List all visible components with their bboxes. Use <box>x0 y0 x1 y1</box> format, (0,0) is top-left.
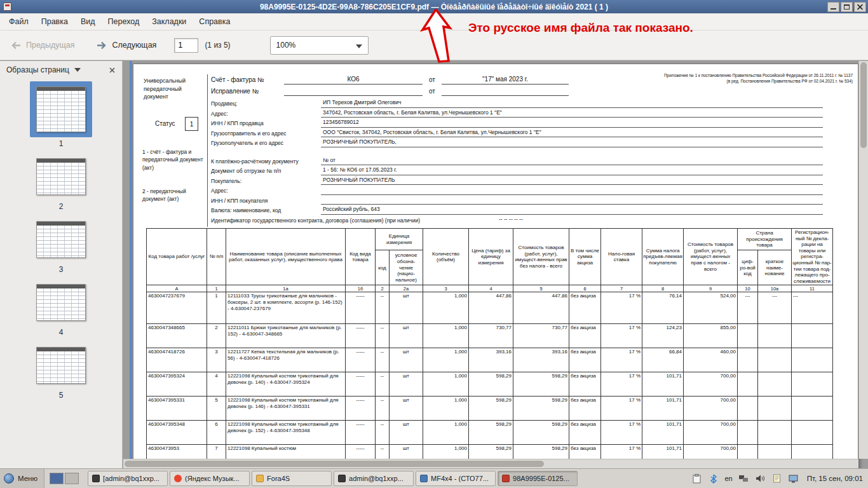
thumbnail-page-number: 2 <box>59 202 64 211</box>
next-page-label: Следующая <box>112 41 156 50</box>
page-thumbnail-4[interactable]: 4 <box>30 279 92 337</box>
taskbar-window-button[interactable]: 98A9995E-0125... <box>498 471 578 486</box>
table-cell: 17 % <box>601 324 642 348</box>
field-value <box>321 186 823 195</box>
notes-icon[interactable] <box>771 473 782 484</box>
bluetooth-icon[interactable] <box>708 473 719 484</box>
table-cell: шт <box>390 348 423 372</box>
table-row: 4630047237679112111033 Трусы трикотажные… <box>147 292 833 324</box>
minimize-button[interactable] <box>827 2 839 12</box>
table-cell: 4630047348665 <box>147 324 207 348</box>
table-cell: 1,000 <box>423 372 469 396</box>
header-price: Цена (тариф) за единицу измерения <box>469 229 513 285</box>
field-label: Документ об отгрузке № п/п <box>211 168 281 174</box>
table-cell: -- <box>376 421 390 445</box>
table-cell <box>792 372 833 396</box>
table-cell: 3 <box>207 348 226 372</box>
table-cell: 12221098 Купальный костюм трикотажный дл… <box>226 372 346 396</box>
menu-item[interactable]: Файл <box>3 13 35 30</box>
window-icon <box>256 475 264 482</box>
applications-menu-button[interactable]: Меню <box>0 469 44 488</box>
previous-page-button[interactable]: Предыдущая <box>6 37 78 54</box>
invoice-field: Грузоотправитель и его адресООО "Свисток… <box>208 129 823 139</box>
taskbar: Меню [admin@bq1xxp...(Яндекс Музык...For… <box>0 468 868 488</box>
taskbar-window-button[interactable]: (Яндекс Музык... <box>170 471 250 486</box>
status-value-box: 1 <box>185 117 198 131</box>
table-cell: 598,29 <box>513 421 569 445</box>
table-cell: 393,16 <box>469 348 513 372</box>
header-excise: В том числе сумма акциза <box>569 229 601 285</box>
window-titlebar[interactable]: 98A9995E-0125-4D2E-99A8-786C205E1CF9.pdf… <box>0 0 868 13</box>
horizontal-scrollbar[interactable] <box>123 459 858 468</box>
menu-item[interactable]: Закладки <box>146 13 193 30</box>
page-thumbnail-1[interactable]: 1 <box>30 81 92 148</box>
chevron-down-icon[interactable] <box>74 68 81 72</box>
table-cell: 4630047395331 <box>147 396 207 421</box>
table-cell: 4 <box>207 372 226 396</box>
column-index-cell: 7 <box>601 285 642 292</box>
thumbnail-highlight <box>30 216 92 263</box>
network-icon[interactable] <box>738 473 749 484</box>
header-country-code: циф-ро-вой код <box>738 250 758 285</box>
close-button[interactable] <box>854 2 866 12</box>
taskbar-window-button[interactable]: MF4x4 - (СТО77... <box>416 471 496 486</box>
workspace-1[interactable] <box>50 473 64 484</box>
menu-item[interactable]: Переход <box>102 13 146 30</box>
zoom-dropdown[interactable]: 100% <box>270 36 369 55</box>
page-thumbnail-2[interactable]: 2 <box>30 153 92 211</box>
table-cell: 4630047418726 <box>147 348 207 372</box>
clock[interactable]: Пт, 15 сен, 09:01 <box>807 475 863 482</box>
status-label: Статус <box>155 120 175 127</box>
table-cell: 124,23 <box>642 324 684 348</box>
horizontal-scrollbar-thumb[interactable] <box>125 461 544 467</box>
sidebar-title[interactable]: Образцы страниц <box>6 65 69 74</box>
menu-item[interactable]: Правка <box>35 13 74 30</box>
document-view[interactable]: Универсальный передаточный документ Стат… <box>123 61 868 468</box>
table-cell: 66,84 <box>642 348 684 372</box>
thumbnail-image <box>36 284 86 321</box>
clipboard-icon[interactable] <box>691 473 702 484</box>
window-icon <box>92 475 100 482</box>
column-index-cell: 9 <box>684 285 738 292</box>
column-index-cell: 5 <box>513 285 569 292</box>
taskbar-window-button[interactable]: Fora4S <box>252 471 332 486</box>
taskbar-window-button[interactable]: admin@bq1xxp... <box>334 471 414 486</box>
column-index-cell: А <box>147 285 207 292</box>
table-cell <box>758 396 792 421</box>
page-count-label: (1 из 5) <box>205 41 230 50</box>
menu-item[interactable]: Вид <box>74 13 102 30</box>
thumbnail-image <box>36 86 86 132</box>
page-thumbnail-3[interactable]: 3 <box>30 216 92 274</box>
page-thumbnail-5[interactable]: 5 <box>30 342 92 400</box>
next-page-button[interactable]: Следующая <box>92 37 160 54</box>
column-index-cell: 3 <box>423 285 469 292</box>
field-label: Грузоотправитель и его адрес <box>211 130 287 137</box>
close-sidebar-icon[interactable] <box>109 67 116 74</box>
table-cell: 1,000 <box>423 324 469 348</box>
workspace-2[interactable] <box>65 473 79 484</box>
maximize-button[interactable] <box>841 2 853 12</box>
vertical-scrollbar[interactable] <box>858 61 868 459</box>
taskbar-window-button[interactable]: [admin@bq1xxp... <box>88 471 168 486</box>
invoice-field: Идентификатор государственного контракта… <box>208 216 823 226</box>
column-index-cell: 10 <box>738 285 758 292</box>
keyboard-layout-indicator[interactable]: en <box>724 475 732 482</box>
vertical-scrollbar-thumb[interactable] <box>860 62 867 148</box>
status-note-2: 2 - передаточный документ (акт) <box>142 187 208 203</box>
volume-icon[interactable] <box>755 473 766 484</box>
table-cell: 4630047237679 <box>147 292 207 324</box>
menu-bar: ФайлПравкаВидПереходЗакладкиСправка <box>0 13 868 30</box>
menu-item[interactable]: Справка <box>193 13 236 30</box>
table-cell: 12211727 Кепка текстильная для мальчиков… <box>226 348 346 372</box>
table-cell: без акциза <box>569 348 601 372</box>
display-icon[interactable] <box>788 473 799 484</box>
sidebar-header: Образцы страниц <box>0 61 122 79</box>
column-index-cell: 8 <box>642 285 684 292</box>
window-icon <box>502 475 510 482</box>
table-cell: шт <box>390 324 423 348</box>
field-value: 1 - 56: № КО6 от 17.05.2023 г. <box>321 166 823 175</box>
table-cell <box>758 372 792 396</box>
toolbar: Предыдущая Следующая (1 из 5) 100% <box>0 30 868 60</box>
page-number-input[interactable] <box>174 38 198 53</box>
window-list: [admin@bq1xxp...(Яндекс Музык...Fora4Sad… <box>88 471 686 486</box>
